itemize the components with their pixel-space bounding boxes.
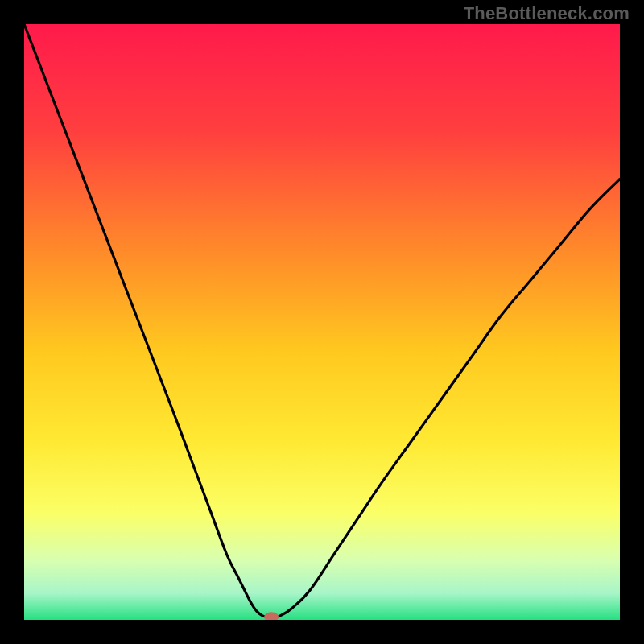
chart-frame: TheBottleneck.com bbox=[0, 0, 644, 644]
chart-svg bbox=[24, 24, 620, 620]
watermark-text: TheBottleneck.com bbox=[464, 3, 630, 24]
chart-plot-area bbox=[24, 24, 620, 620]
gradient-background bbox=[24, 24, 620, 620]
